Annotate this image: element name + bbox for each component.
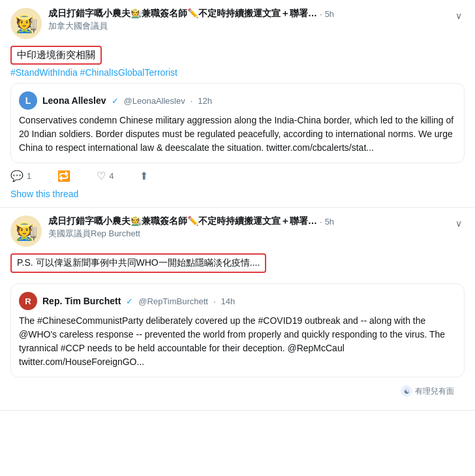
avatar-1[interactable]: 🧑‍🌾 (10, 8, 42, 39)
like-count-1: 4 (109, 171, 114, 181)
quoted-avatar-letter-1: L (25, 95, 31, 106)
tweet-card-2: 🧑‍🌾 成日打錯字嘅小農夫🧑‍🌾兼職簽名師✏️不定時持續搬運文宣＋聯署… · 5… (0, 208, 475, 411)
show-thread-link-1[interactable]: Show this thread (10, 189, 465, 199)
hashtags-1[interactable]: #StandWithIndia #ChinalIsGlobalTerrorist (10, 67, 465, 78)
user-info-1: 成日打錯字嘅小農夫🧑‍🌾兼職簽名師✏️不定時持續搬運文宣＋聯署… · 5h 加拿… (48, 8, 334, 32)
highlight-box-1: 中印邊境衝突相關 (10, 46, 102, 65)
quoted-text-1: Conservatives condemn Chinese military a… (19, 114, 456, 155)
quoted-avatar-letter-2: R (25, 296, 31, 306)
user-name-row-2: 成日打錯字嘅小農夫🧑‍🌾兼職簽名師✏️不定時持續搬運文宣＋聯署… · 5h (48, 215, 334, 227)
user-display-name-1[interactable]: 成日打錯字嘅小農夫🧑‍🌾兼職簽名師✏️不定時持續搬運文宣＋聯署… (48, 8, 317, 20)
tweet-header-left-1: 🧑‍🌾 成日打錯字嘅小農夫🧑‍🌾兼職簽名師✏️不定時持續搬運文宣＋聯署… · 5… (10, 8, 334, 39)
chevron-down-icon-1[interactable]: ∨ (453, 8, 465, 24)
verified-icon-2: ✓ (126, 296, 133, 306)
watermark-text: 有理兒有面 (415, 386, 454, 397)
quoted-tweet-1: L Leona Alleslev ✓ @LeonaAlleslev · 12h … (10, 83, 465, 163)
tweet-time-1: 5h (325, 9, 334, 19)
quoted-header-2: R Rep. Tim Burchett ✓ @RepTimBurchett · … (19, 292, 456, 310)
quoted-handle-1[interactable]: @LeonaAlleslev (124, 96, 185, 106)
like-icon-1: ♡ (97, 170, 106, 182)
quoted-name-1[interactable]: Leona Alleslev (42, 95, 106, 106)
watermark-area: ☯ 有理兒有面 (10, 383, 465, 402)
share-icon-1: ⬆ (140, 170, 148, 182)
tweet-card-1: 🧑‍🌾 成日打錯字嘅小農夫🧑‍🌾兼職簽名師✏️不定時持續搬運文宣＋聯署… · 5… (0, 0, 475, 208)
quoted-handle-2[interactable]: @RepTimBurchett (138, 296, 208, 306)
watermark-icon: ☯ (401, 385, 412, 397)
avatar-emoji-1: 🧑‍🌾 (15, 14, 38, 33)
quoted-avatar-2[interactable]: R (19, 292, 37, 310)
user-subtitle-1: 加拿大國會議員 (48, 20, 334, 32)
user-subtitle-2: 美國眾議員Rep Burchett (48, 228, 334, 240)
quoted-text-2: The #ChineseCommunistParty deliberately … (19, 314, 456, 369)
retweet-action-1[interactable]: 🔁 (57, 170, 70, 182)
dot-sep-q1: · (191, 96, 193, 106)
tweet-header-left-2: 🧑‍🌾 成日打錯字嘅小農夫🧑‍🌾兼職簽名師✏️不定時持續搬運文宣＋聯署… · 5… (10, 215, 334, 247)
avatar-emoji-2: 🧑‍🌾 (15, 222, 38, 240)
avatar-2[interactable]: 🧑‍🌾 (10, 215, 42, 247)
quoted-tweet-2: R Rep. Tim Burchett ✓ @RepTimBurchett · … (10, 283, 465, 377)
chevron-down-icon-2[interactable]: ∨ (453, 215, 465, 231)
reply-action-1[interactable]: 💬 1 (10, 170, 31, 182)
dot-sep-2: · (320, 217, 322, 227)
quoted-time-1: 12h (198, 96, 212, 106)
highlight-box-2: P.S. 可以俾返新聞事例中共同WHO一開始點隱瞞淡化疫情.... (10, 253, 266, 273)
dot-sep-q2: · (213, 296, 216, 306)
verified-icon-1: ✓ (112, 96, 119, 106)
quoted-header-1: L Leona Alleslev ✓ @LeonaAlleslev · 12h (19, 91, 456, 110)
like-action-1[interactable]: ♡ 4 (97, 170, 114, 182)
quoted-avatar-1[interactable]: L (19, 91, 37, 110)
quoted-name-2[interactable]: Rep. Tim Burchett (42, 296, 121, 306)
retweet-icon-1: 🔁 (57, 170, 70, 182)
quoted-time-2: 14h (221, 296, 236, 306)
tweet-actions-1: 💬 1 🔁 ♡ 4 ⬆ (10, 170, 465, 182)
user-info-2: 成日打錯字嘅小農夫🧑‍🌾兼職簽名師✏️不定時持續搬運文宣＋聯署… · 5h 美國… (48, 215, 334, 240)
reply-count-1: 1 (27, 171, 31, 181)
tweet-header-1: 🧑‍🌾 成日打錯字嘅小農夫🧑‍🌾兼職簽名師✏️不定時持續搬運文宣＋聯署… · 5… (10, 8, 465, 39)
share-action-1[interactable]: ⬆ (140, 170, 148, 182)
user-name-row-1: 成日打錯字嘅小農夫🧑‍🌾兼職簽名師✏️不定時持續搬運文宣＋聯署… · 5h (48, 8, 334, 20)
reply-icon-1: 💬 (10, 170, 23, 182)
dot-sep-1: · (320, 9, 322, 19)
user-display-name-2[interactable]: 成日打錯字嘅小農夫🧑‍🌾兼職簽名師✏️不定時持續搬運文宣＋聯署… (48, 215, 317, 227)
tweet-header-2: 🧑‍🌾 成日打錯字嘅小農夫🧑‍🌾兼職簽名師✏️不定時持續搬運文宣＋聯署… · 5… (10, 215, 465, 247)
tweet-time-2: 5h (325, 217, 334, 227)
